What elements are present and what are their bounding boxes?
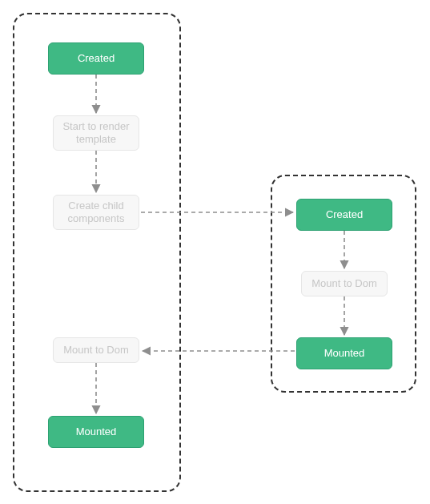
parent-render-step: Start to render template	[53, 115, 139, 151]
label: Mounted	[324, 347, 365, 360]
label: Created	[326, 208, 363, 221]
child-mount-step: Mount to Dom	[301, 271, 388, 296]
child-created-state: Created	[296, 199, 392, 231]
label: Mounted	[76, 425, 117, 438]
parent-created-state: Created	[48, 42, 144, 75]
label: Mount to Dom	[63, 344, 129, 357]
label: Created	[78, 52, 115, 65]
label: Start to render template	[60, 120, 132, 147]
child-mounted-state: Mounted	[296, 337, 392, 369]
parent-mounted-state: Mounted	[48, 416, 144, 448]
label: Create child components	[60, 200, 132, 226]
lifecycle-diagram: Created Start to render template Create …	[0, 0, 430, 504]
label: Mount to Dom	[311, 277, 377, 290]
parent-create-children-step: Create child components	[53, 195, 139, 230]
parent-mount-step: Mount to Dom	[53, 337, 139, 363]
